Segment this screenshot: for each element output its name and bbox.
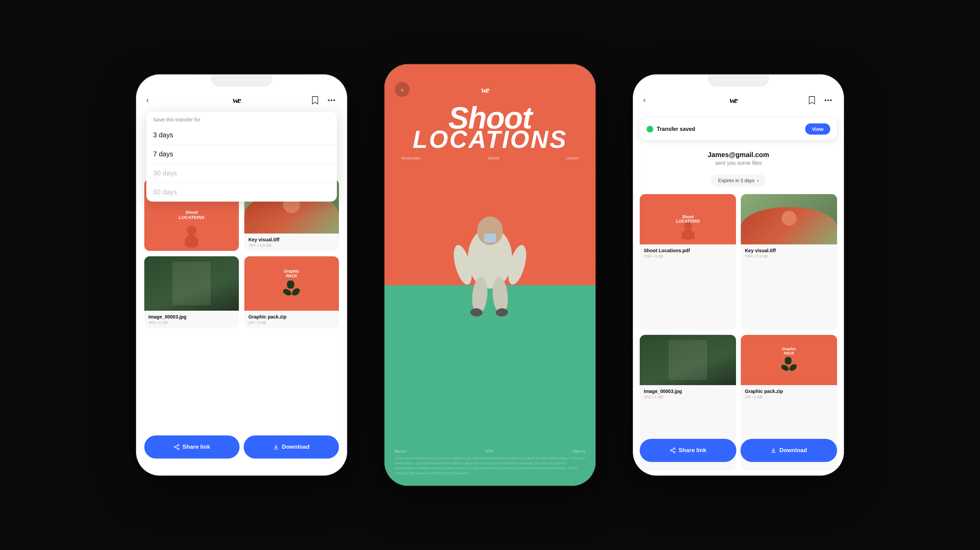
file-meta-key-visual: TIFF • 2.9 GB bbox=[248, 243, 335, 247]
svg-rect-28 bbox=[484, 233, 496, 243]
back-button-center[interactable]: ‹ bbox=[395, 82, 410, 97]
expires-badge[interactable]: Expires in 3 days › bbox=[711, 174, 765, 187]
svg-text:we: we bbox=[730, 95, 738, 105]
transfer-saved-text: Transfer saved bbox=[657, 126, 695, 132]
svg-text:we: we bbox=[233, 95, 241, 105]
header-icons-left bbox=[310, 95, 337, 106]
bookmark-button-right[interactable] bbox=[807, 95, 817, 106]
notch-left bbox=[211, 74, 272, 87]
dropdown-item-60days[interactable]: 60 days bbox=[146, 183, 337, 201]
dropdown-item-3days[interactable]: 3 days bbox=[146, 126, 337, 145]
share-link-button-left[interactable]: Share link bbox=[144, 436, 240, 458]
bottom-actions-right: Share link Download bbox=[640, 439, 837, 462]
sender-info: James@gmail.com sent you some files bbox=[633, 146, 844, 172]
file-name-graphic-pack: Graphic pack.zip bbox=[248, 314, 335, 320]
right-file-info-graphic-pack: Graphic pack.zip ZIP • 3 GB bbox=[741, 385, 837, 403]
right-file-name-shoot-locations: Shoot Locations.pdf bbox=[644, 248, 732, 253]
agency-label: Agency bbox=[573, 449, 585, 453]
file-card-image-00003[interactable]: Image_00003.jpg JPG • 1 GB bbox=[144, 256, 239, 328]
file-meta-graphic-pack: ZIP • 3 GB bbox=[248, 320, 335, 325]
brand-label: Baccio bbox=[395, 449, 406, 453]
svg-point-30 bbox=[825, 100, 827, 101]
person-overhead bbox=[442, 197, 538, 319]
back-button-right[interactable]: ‹ bbox=[643, 96, 646, 105]
file-name-key-visual: Key visual.tiff bbox=[248, 237, 335, 243]
svg-point-15 bbox=[175, 446, 176, 448]
svg-line-47 bbox=[672, 449, 674, 450]
file-info-image-00003: Image_00003.jpg JPG • 1 GB bbox=[144, 311, 239, 328]
we-logo-left: we bbox=[233, 95, 250, 105]
sender-email: James@gmail.com bbox=[640, 151, 837, 159]
svg-line-46 bbox=[672, 451, 674, 452]
right-file-info-image-00003: Image_00003.jpg JPG • 1 GB bbox=[640, 385, 736, 403]
right-file-meta-image-00003: JPG • 1 GB bbox=[644, 395, 732, 399]
left-phone-content: ‹ we bbox=[136, 74, 347, 476]
file-info-graphic-pack: Graphic pack.zip ZIP • 3 GB bbox=[244, 311, 339, 328]
svg-point-43 bbox=[674, 448, 675, 450]
share-link-label-right: Share link bbox=[679, 447, 706, 454]
notch-right bbox=[708, 74, 769, 87]
file-info-key-visual: Key visual.tiff TIFF • 2.9 GB bbox=[244, 233, 339, 251]
dropdown-item-7days[interactable]: 7 days bbox=[146, 145, 337, 164]
svg-point-2 bbox=[331, 100, 332, 101]
svg-rect-34 bbox=[684, 230, 692, 240]
right-file-info-key-visual: Key visual.tiff TIFF • 2.9 GB bbox=[741, 244, 837, 262]
share-link-button-right[interactable]: Share link bbox=[640, 439, 737, 462]
expires-chevron: › bbox=[757, 178, 759, 183]
phones-container: ‹ we bbox=[116, 37, 864, 513]
status-dot bbox=[646, 126, 653, 133]
sender-subtitle: sent you some files bbox=[640, 160, 837, 166]
right-file-info-shoot-locations: Shoot Locations.pdf PDF • 3 GB bbox=[640, 244, 736, 262]
transfer-saved-banner: Transfer saved View bbox=[640, 118, 837, 140]
download-button-right[interactable]: Download bbox=[740, 439, 837, 462]
right-file-name-key-visual: Key visual.tiff bbox=[745, 248, 833, 253]
right-file-card-key-visual[interactable]: Key visual.tiff TIFF • 2.9 GB bbox=[741, 194, 837, 330]
svg-point-3 bbox=[334, 100, 335, 101]
back-button-left[interactable]: ‹ bbox=[146, 96, 149, 105]
svg-rect-7 bbox=[194, 238, 198, 246]
svg-point-32 bbox=[830, 100, 832, 101]
right-file-meta-graphic-pack: ZIP • 3 GB bbox=[745, 395, 833, 399]
svg-text:we: we bbox=[481, 85, 489, 94]
body-text: Lorem ipsum Dolor Sit Amet, Consectetur … bbox=[395, 456, 585, 476]
more-button-left[interactable] bbox=[326, 95, 337, 106]
right-file-name-image-00003: Image_00003.jpg bbox=[644, 388, 732, 394]
share-link-label-left: Share link bbox=[182, 444, 210, 450]
dropdown-label: Save this transfer for bbox=[146, 112, 337, 126]
phone-right: ‹ we bbox=[633, 74, 844, 476]
right-thumb-shoot-locations: ShootLOCATIONS bbox=[640, 194, 736, 244]
file-grid-right: ShootLOCATIONS Sho bbox=[633, 189, 844, 476]
svg-line-17 bbox=[176, 447, 178, 449]
bottom-actions-left: Share link Download bbox=[144, 436, 339, 458]
city-london: London bbox=[566, 156, 579, 160]
share-icon-left bbox=[173, 444, 180, 450]
right-thumb-image-00003 bbox=[640, 335, 736, 385]
bookmark-button-left[interactable] bbox=[310, 95, 321, 106]
file-card-graphic-pack[interactable]: GraphicPACK bbox=[244, 256, 339, 328]
notch-center bbox=[460, 64, 520, 76]
view-button[interactable]: View bbox=[805, 124, 830, 135]
more-button-right[interactable] bbox=[823, 95, 834, 106]
save-duration-dropdown[interactable]: Save this transfer for 3 days 7 days 30 … bbox=[146, 112, 337, 201]
year-label: 2024 bbox=[485, 449, 493, 453]
center-phone-content: ‹ we Shoot LOCATIONS Amsterdam bbox=[385, 64, 595, 486]
svg-line-18 bbox=[176, 445, 178, 447]
download-button-left[interactable]: Download bbox=[243, 436, 339, 458]
svg-point-4 bbox=[187, 226, 196, 235]
right-file-name-graphic-pack: Graphic pack.zip bbox=[745, 388, 833, 394]
expires-text: Expires in 3 days bbox=[718, 178, 754, 183]
share-icon-right bbox=[670, 447, 676, 453]
svg-point-45 bbox=[674, 452, 675, 453]
download-icon-left bbox=[273, 444, 279, 450]
dropdown-item-30days[interactable]: 30 days bbox=[146, 164, 337, 183]
right-file-card-shoot-locations[interactable]: ShootLOCATIONS Sho bbox=[640, 194, 736, 330]
svg-rect-35 bbox=[681, 232, 685, 239]
right-thumb-key-visual bbox=[741, 194, 837, 244]
right-header: ‹ we bbox=[633, 95, 844, 106]
phone-left: ‹ we bbox=[136, 74, 347, 476]
we-logo-center: we bbox=[481, 85, 499, 94]
city-madrid: Madrid bbox=[488, 156, 499, 160]
svg-rect-6 bbox=[185, 238, 189, 246]
file-name-image-00003: Image_00003.jpg bbox=[148, 314, 235, 320]
phone-center: ‹ we Shoot LOCATIONS Amsterdam bbox=[385, 64, 595, 486]
